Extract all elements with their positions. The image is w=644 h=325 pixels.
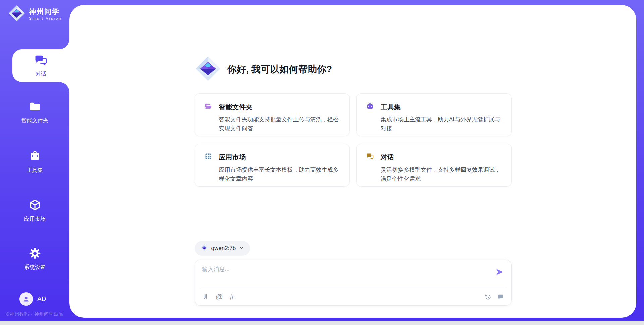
sidebar-item-app-market[interactable]: 应用市场: [0, 199, 69, 223]
user-name: AD: [37, 295, 46, 303]
cube-icon: [29, 199, 41, 213]
card-description: 灵活切换多模型文件，支持多样回复效果调试，满足个性化需求: [381, 165, 502, 183]
sidebar-item-label: 应用市场: [24, 216, 46, 223]
brand-name: 神州问学: [29, 8, 62, 16]
paperclip-icon: [202, 293, 209, 301]
user-avatar: [19, 292, 33, 306]
sidebar-item-settings[interactable]: 系统设置: [0, 247, 69, 271]
sidebar-item-smart-folder[interactable]: 智能文件夹: [0, 100, 69, 124]
card-toolkit[interactable]: 工具集 集成市场上主流工具，助力AI与外界无缝扩展与对接: [356, 93, 512, 136]
model-logo-icon: [201, 244, 208, 253]
card-app-market[interactable]: 应用市场 应用市场提供丰富长文本模板，助力高效生成多样化文章内容: [195, 144, 350, 187]
sidebar-item-chat[interactable]: 对话: [12, 49, 69, 82]
card-title: 智能文件夹: [219, 103, 253, 112]
chat-bubble-icon: [497, 293, 504, 301]
card-title: 对话: [381, 153, 394, 162]
mention-icon[interactable]: @: [216, 293, 223, 301]
chat-bubbles-icon: [34, 54, 48, 68]
card-description: 智能文件夹功能支持批量文件上传与清洗，轻松实现文件问答: [219, 115, 340, 133]
sidebar-item-label: 对话: [36, 71, 46, 78]
chat-bubbles-icon: [366, 152, 374, 162]
card-chat[interactable]: 对话 灵活切换多模型文件，支持多样回复效果调试，满足个性化需求: [356, 144, 512, 187]
greeting: 你好, 我可以如何帮助你?: [195, 55, 512, 83]
sidebar: 神州问学 Smart Vision 对话 智能文件夹: [0, 0, 69, 325]
sidebar-item-label: 系统设置: [24, 264, 46, 271]
greeting-logo-icon: [195, 55, 221, 83]
main-panel: 你好, 我可以如何帮助你? 智能文件夹 智能文件夹功能支持批量文件上传与清洗，轻…: [69, 5, 636, 318]
horizontal-scrollbar[interactable]: [0, 321, 644, 325]
folder-icon: [29, 100, 41, 114]
sidebar-item-label: 工具集: [27, 167, 43, 174]
card-description: 集成市场上主流工具，助力AI与外界无缝扩展与对接: [381, 115, 502, 133]
card-title: 工具集: [381, 103, 401, 112]
chevron-down-icon: [239, 245, 244, 251]
card-smart-folder[interactable]: 智能文件夹 智能文件夹功能支持批量文件上传与清洗，轻松实现文件问答: [195, 93, 350, 136]
tab-curve-bottom: [59, 82, 69, 92]
feedback-button[interactable]: [497, 293, 504, 301]
copyright-text: ©神州数码 · 神州问学出品: [0, 311, 69, 317]
brand-subtitle: Smart Vision: [29, 16, 62, 20]
app-grid-icon: [204, 152, 212, 162]
gear-icon: [29, 247, 41, 261]
brand: 神州问学 Smart Vision: [8, 5, 62, 23]
person-icon: [22, 295, 30, 303]
send-icon: [495, 267, 504, 277]
feature-cards: 智能文件夹 智能文件夹功能支持批量文件上传与清洗，轻松实现文件问答 工具集 集: [195, 93, 512, 187]
sidebar-item-toolkit[interactable]: 工具集: [0, 150, 69, 174]
open-folder-icon: [204, 102, 212, 112]
send-button[interactable]: [494, 267, 505, 277]
briefcase-icon: [29, 150, 41, 164]
history-button[interactable]: [484, 293, 492, 301]
greeting-text: 你好, 我可以如何帮助你?: [227, 63, 332, 76]
card-title: 应用市场: [219, 153, 246, 162]
briefcase-icon: [366, 102, 374, 112]
tab-curve-top: [59, 39, 69, 49]
topic-hash-icon[interactable]: #: [230, 293, 234, 301]
attach-file-button[interactable]: [202, 293, 209, 301]
message-input[interactable]: [202, 265, 490, 285]
history-clock-icon: [484, 293, 492, 301]
message-composer: @ #: [195, 260, 512, 306]
card-description: 应用市场提供丰富长文本模板，助力高效生成多样化文章内容: [219, 165, 340, 183]
model-name: qwen2:7b: [211, 245, 236, 252]
sidebar-item-label: 智能文件夹: [21, 117, 48, 124]
model-selector[interactable]: qwen2:7b: [195, 241, 250, 256]
user-profile[interactable]: AD: [19, 292, 46, 306]
brand-logo-icon: [8, 5, 25, 23]
